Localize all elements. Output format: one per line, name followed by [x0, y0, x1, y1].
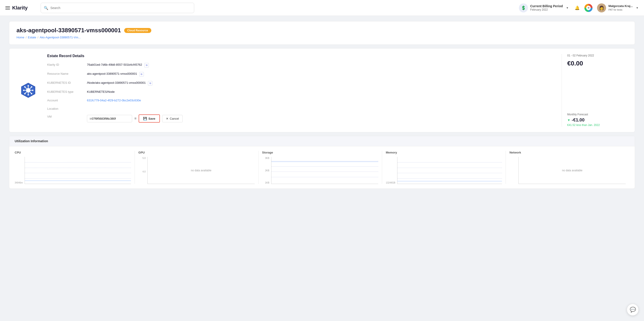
billing-title: Current Billing Period: [530, 4, 563, 8]
save-label: Save: [148, 117, 155, 120]
svg-point-13: [32, 90, 34, 91]
search-input[interactable]: [41, 3, 194, 13]
search-bar: 🔍: [41, 3, 194, 13]
network-no-data: no data available: [519, 157, 626, 184]
estate-section-title: Estate Record Details: [47, 54, 556, 58]
storage-chart-col: Storage 3KB 2KB 1KB: [258, 151, 382, 184]
user-role: PAT for tests: [608, 8, 633, 11]
cpu-lines-area: [24, 157, 131, 184]
breadcrumb-home[interactable]: Home: [16, 36, 24, 39]
gpu-chart-area: 5.0 4.0 no data available: [138, 157, 255, 184]
storage-y-axis: 3KB 2KB 1KB: [262, 157, 271, 184]
gpu-chart-col: GPU 5.0 4.0 no data available: [135, 151, 258, 184]
network-y-axis: [510, 157, 518, 184]
klarity-id-value: 76ab01ed-7d6b-49b8-8557-501b4cf45762: [87, 62, 142, 67]
gpu-label: GPU: [138, 151, 255, 154]
avatar: 👩: [597, 4, 606, 12]
gpu-lines-area: no data available: [148, 157, 255, 184]
storage-label: Storage: [262, 151, 378, 154]
storage-dashed-line-2: [272, 166, 378, 166]
svg-point-1: [26, 88, 30, 92]
app-name: Klarity: [12, 5, 28, 11]
billing-subtitle: February 2022: [530, 8, 563, 12]
cpu-dashed-line-4: [25, 178, 131, 178]
network-lines-area: no data available: [518, 157, 626, 184]
account-value-wrap: 631fc779-04a2-4f29-b272-0bc2e03c630e: [87, 98, 556, 103]
klarity-id-copy-icon[interactable]: ⧉: [144, 63, 149, 68]
save-button[interactable]: 💾 Save: [139, 114, 160, 122]
detail-center-fields: Estate Record Details Klarity ID 76ab01e…: [42, 54, 562, 127]
settings-wheel-icon[interactable]: ⚙: [584, 4, 592, 12]
memory-dashed-line-2: [398, 168, 502, 168]
kubernetes-id-value-wrap: /Node/aks-agentpool-33890571-vmss000001 …: [87, 80, 556, 86]
forecast-subtitle: €41.52 less than Jan. 2022: [567, 124, 629, 127]
app-logo[interactable]: Klarity: [6, 5, 37, 11]
utilization-charts: CPU 34946m: [9, 146, 635, 188]
utilization-section: Utilization Information CPU 34946m: [9, 136, 635, 189]
storage-chart-area: 3KB 2KB 1KB: [262, 157, 378, 184]
memory-dashed-line-1: [398, 162, 502, 162]
network-label: Network: [510, 151, 626, 154]
memory-chart-area: 13248GB: [386, 157, 502, 184]
detail-right-billing: 01 - 02 February 2022 €0.00 Monthly Fore…: [562, 54, 629, 127]
resource-name-value: aks-agentpool-33890571-vmss000001: [87, 72, 137, 76]
kubernetes-id-copy-icon[interactable]: ⧉: [148, 81, 152, 86]
memory-chart-col: Memory 13248GB: [382, 151, 506, 184]
hamburger-menu-icon[interactable]: [6, 6, 10, 10]
cpu-label: CPU: [15, 151, 131, 154]
save-disk-icon: 💾: [143, 117, 147, 120]
billing-chevron-icon: ▼: [566, 6, 569, 10]
forecast-label: Monthly Forecast: [567, 113, 629, 116]
billing-date-range: 01 - 02 February 2022: [567, 54, 629, 57]
forecast-value: -€1.00: [572, 118, 584, 122]
user-menu[interactable]: 👩 Małgorzata Kraj... PAT for tests ▼: [597, 4, 638, 12]
breadcrumb-sep-1: /: [26, 36, 27, 39]
resource-name-copy-icon[interactable]: ⧉: [139, 72, 144, 76]
resource-name-value-wrap: aks-agentpool-33890571-vmss000001 ⧉: [87, 72, 556, 76]
utilization-title: Utilization Information: [15, 139, 48, 143]
klarity-id-value-wrap: 76ab01ed-7d6b-49b8-8557-501b4cf45762 ⧉: [87, 62, 556, 68]
cpu-data-line: [25, 180, 131, 181]
cloud-resource-badge: Cloud Resource: [124, 28, 151, 33]
utilization-header: Utilization Information: [9, 136, 635, 146]
cpu-dashed-line-1: [25, 162, 131, 162]
billing-text: Current Billing Period February 2022: [530, 4, 563, 12]
cpu-chart-col: CPU 34946m: [15, 151, 135, 184]
cpu-y-bottom: 34946m: [15, 182, 23, 184]
resource-name-label: Resource Name: [47, 72, 83, 76]
memory-y-bottom: 13248GB: [386, 182, 395, 184]
notification-bell-icon[interactable]: 🔔: [573, 4, 581, 12]
breadcrumb-estate[interactable]: Estate: [28, 36, 36, 39]
storage-dashed-line-3: [272, 172, 378, 172]
memory-dashed-line-3: [398, 173, 502, 173]
kubernetes-id-value: /Node/aks-agentpool-33890571-vmss000001: [87, 80, 146, 85]
billing-icon: 💲: [519, 4, 528, 12]
vm-menu-icon[interactable]: ≡: [134, 116, 136, 120]
kubernetes-type-row: KUBERNETES type KUBERNETES/Node: [47, 90, 556, 94]
svg-point-17: [24, 93, 26, 94]
kubernetes-id-row: KUBERNETES ID /Node/aks-agentpool-338905…: [47, 80, 556, 86]
detail-left-logo: [15, 54, 42, 127]
page-header: aks-agentpool-33890571-vmss000001 Cloud …: [9, 21, 635, 45]
memory-lines-area: [397, 157, 502, 184]
kubernetes-type-value: KUBERNETES/Node: [87, 90, 115, 94]
location-label: Location: [47, 106, 83, 110]
forecast-green-value: €41.52: [567, 124, 576, 127]
cpu-y-axis: 34946m: [15, 157, 24, 184]
svg-point-10: [28, 85, 29, 86]
memory-data-line: [398, 181, 502, 181]
billing-period-selector[interactable]: 💲 Current Billing Period February 2022 ▼: [519, 4, 569, 12]
kubernetes-logo: [20, 82, 36, 98]
memory-label: Memory: [386, 151, 502, 154]
cancel-button[interactable]: ✕ Cancel: [162, 115, 183, 122]
page-title-row: aks-agentpool-33890571-vmss000001 Cloud …: [16, 27, 628, 34]
vm-value-wrap: ≡ 💾 Save ✕ Cancel: [87, 114, 556, 122]
monthly-forecast: Monthly Forecast ▼ -€1.00 €41.52 less th…: [567, 109, 629, 127]
account-value[interactable]: 631fc779-04a2-4f29-b272-0bc2e03c630e: [87, 98, 141, 103]
forecast-sub-text: less than Jan. 2022: [576, 124, 600, 127]
svg-point-15: [31, 93, 32, 94]
vm-edit-row: ≡ 💾 Save ✕ Cancel: [87, 114, 183, 122]
cpu-dashed-line-2: [25, 168, 131, 168]
cpu-chart-area: 34946m: [15, 157, 131, 184]
vm-input[interactable]: [87, 115, 132, 122]
